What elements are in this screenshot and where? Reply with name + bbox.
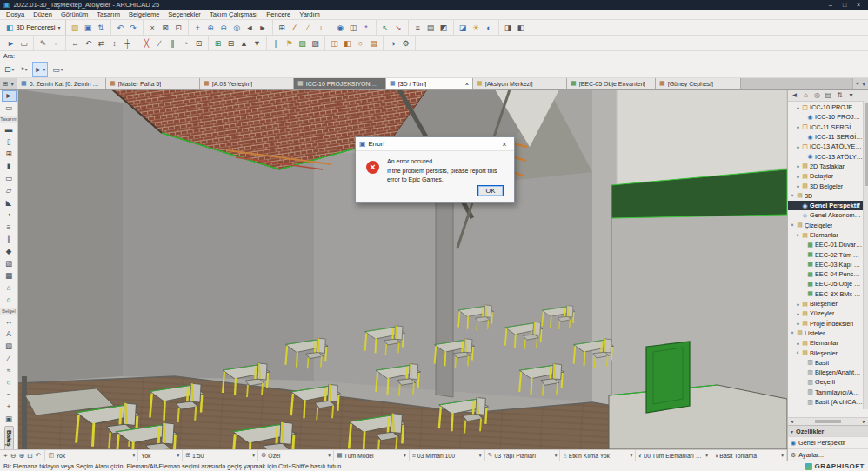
fill-tool[interactable]: ▧ [2, 341, 17, 352]
tree-item-detaylar[interactable]: »▤Detaylar [788, 171, 868, 181]
chevron-icon[interactable]: » [795, 174, 801, 179]
tree-item-bile-en-anahtarla[interactable]: ▥Bileşen/Anahtarla... [788, 368, 868, 377]
chevron-icon[interactable]: » [795, 124, 801, 129]
chevron-icon[interactable]: » [791, 193, 796, 199]
magic-wand-icon[interactable]: * [360, 22, 373, 34]
favorites-button[interactable]: *▾ [18, 62, 30, 77]
tree-item-bile-enler[interactable]: »▤Bileşenler [788, 299, 868, 308]
menu-d-zen[interactable]: Düzen [29, 10, 57, 18]
snap-guides-icon[interactable]: ∕ [302, 22, 315, 34]
tree-item-tan-mlay-c-anah[interactable]: ▥Tanımlayıcı/Anah... [788, 388, 868, 397]
navigator-vscrollbar[interactable] [863, 101, 868, 409]
adjust-icon[interactable]: ∥ [166, 37, 179, 50]
fillet-icon[interactable]: ◔ [179, 37, 192, 50]
tree-item-2d-taslaklar[interactable]: »▤2D Taslaklar [788, 162, 868, 171]
arrow-tool[interactable]: ► [2, 90, 17, 102]
wall-tool[interactable]: ▬ [2, 124, 17, 136]
move-icon[interactable]: ↔ [69, 37, 82, 50]
menu-pencere[interactable]: Pencere [262, 10, 295, 18]
scroll-left-icon[interactable]: ◄ [790, 419, 794, 424]
fill-quick-icon[interactable]: ▧ [309, 37, 322, 50]
circle-tool[interactable]: ○ [2, 377, 17, 388]
tree-item-icc-11-sergi-salo[interactable]: »◫ICC-11 SERGİ SALO... [788, 123, 868, 132]
beam-tool[interactable]: ▭ [2, 173, 17, 184]
column-tool[interactable]: ▮ [2, 161, 17, 172]
navigator-toggle-icon[interactable]: ◨ [502, 22, 515, 34]
quick-selection-button[interactable]: ▭▾ [50, 62, 65, 77]
bring-forward-icon[interactable]: ▲ [237, 37, 250, 50]
object-tool[interactable]: ⌂ [2, 282, 17, 294]
trim-icon[interactable]: ╳ [140, 37, 153, 50]
gravity-icon[interactable]: ↓ [315, 22, 328, 34]
elevation-quick-icon[interactable]: ◧ [341, 37, 354, 50]
window-tool[interactable]: ⊞ [2, 149, 17, 160]
view-map-icon[interactable]: ◎ [812, 91, 822, 99]
mirror-icon[interactable]: ⇄ [95, 37, 108, 50]
navigator-options-icon[interactable]: ▾ [846, 91, 856, 99]
tree-item-elemanlar[interactable]: »▤Elemanlar [788, 338, 868, 348]
chevron-icon[interactable]: » [795, 105, 801, 110]
polyline-tool[interactable]: ≈ [2, 365, 17, 376]
sun-study-icon[interactable]: ☀ [470, 22, 483, 34]
slab-tool[interactable]: ▱ [2, 185, 17, 196]
settings-icon[interactable]: ⚙ [399, 37, 412, 50]
tab-3d-t-m[interactable]: ▦[3D / Tüm]× [386, 78, 473, 89]
navigator-hscrollbar[interactable]: ◄ ► [788, 417, 868, 425]
dimension-quick-icon[interactable]: ∥ [270, 37, 283, 50]
copy-icon[interactable]: ⊠ [159, 22, 172, 34]
3d-cutaway-icon[interactable]: ◪ [457, 22, 470, 34]
menu-se-enekler[interactable]: Seçenekler [164, 10, 205, 18]
chevron-icon[interactable]: » [795, 321, 801, 326]
chevron-icon[interactable]: » [796, 232, 801, 238]
publisher-set-icon[interactable]: ⇅ [835, 91, 845, 99]
orbit-icon[interactable]: ↶ [36, 452, 42, 460]
scrollbar-thumb[interactable] [865, 103, 868, 186]
tree-item-eec-04-pencere-m[interactable]: ▦EEC-04 Pencere M... [788, 269, 868, 279]
redo-icon[interactable]: ↷ [127, 22, 140, 34]
menu-dosya[interactable]: Dosya [2, 10, 29, 18]
properties-header[interactable]: ▾ Özellikler [788, 425, 868, 436]
section-quick-icon[interactable]: ◫ [328, 37, 341, 50]
pick-up-parameters-icon[interactable]: ↖ [379, 22, 392, 34]
tab-close-icon[interactable]: × [464, 80, 469, 88]
detail-quick-icon[interactable]: ○ [354, 37, 367, 50]
stair-tool[interactable]: ≡ [2, 222, 17, 233]
chevron-icon[interactable]: » [795, 311, 801, 316]
green-door[interactable] [646, 342, 690, 413]
chevron-icon[interactable]: » [795, 302, 801, 307]
tab-g-ney-cephesi[interactable]: ▦[Güney Cephesi] [656, 78, 741, 89]
hscroll-thumb[interactable] [815, 420, 841, 423]
tree-item-icc-13-at-lye110[interactable]: ◉ICC-13 ATÖLYE110... [788, 151, 868, 161]
tree-item-proje-i-ndeksleri[interactable]: »▤Proje İndeksleri [788, 319, 868, 328]
tree-item-elemanlar[interactable]: »▤Elemanlar [788, 230, 868, 240]
group-icon[interactable]: ⊞ [211, 37, 224, 50]
collapse-panel-icon[interactable]: ◄ [790, 91, 799, 99]
3d-style-control[interactable]: ◑Basit Tonlama▾ [711, 450, 787, 461]
erase-icon[interactable]: ▫ [50, 37, 63, 50]
tab-icc-10-projeksi-yon-odasi[interactable]: ▦ICC-10 PROJEKSİYON ODASI... [294, 78, 386, 89]
tree-item-3d-belgeler[interactable]: »▤3D Belgeler [788, 181, 868, 190]
previous-view-icon[interactable]: ◄ [244, 22, 257, 34]
tab-eec-05-obje-envanteri[interactable]: ▦[EEC-05 Obje Envanteri] [567, 78, 656, 89]
marquee-tool[interactable]: ▭ [2, 103, 17, 114]
dialog-close-icon[interactable]: × [498, 140, 511, 149]
organizer-icon[interactable]: ◧ [515, 22, 528, 34]
tree-item-bile-enler[interactable]: »▤Bileşenler [788, 348, 868, 357]
chevron-icon[interactable]: » [795, 341, 801, 346]
tree-item-genel-aksonometri[interactable]: ◇Genel Aksonometri [788, 210, 868, 220]
chevron-icon[interactable]: » [796, 350, 801, 356]
error-dialog-titlebar[interactable]: ▣ Error! × [356, 137, 514, 151]
zone-quick-icon[interactable]: ▨ [296, 37, 309, 50]
tree-item-basit-archicad-k[interactable]: ▥Basit (ArchiCAD_K... [788, 397, 868, 407]
zone-tool[interactable]: ▨ [2, 258, 17, 269]
publish-icon[interactable]: ⇅ [95, 22, 108, 34]
cut-icon[interactable]: × [146, 22, 159, 34]
right-tables[interactable] [609, 385, 787, 449]
scale-control[interactable]: ⊞1:50▾ [183, 450, 258, 461]
roof-tool[interactable]: ◣ [2, 197, 17, 209]
tab-pin-button[interactable]: ▾ [10, 80, 14, 88]
tree-item-eec-01-duvar-izi[interactable]: ▦EEC-01 Duvar Çizi... [788, 240, 868, 249]
rotate-icon[interactable]: ↶ [82, 37, 95, 50]
mesh-tool[interactable]: ▦ [2, 270, 17, 282]
paste-icon[interactable]: ⊡ [172, 22, 185, 34]
